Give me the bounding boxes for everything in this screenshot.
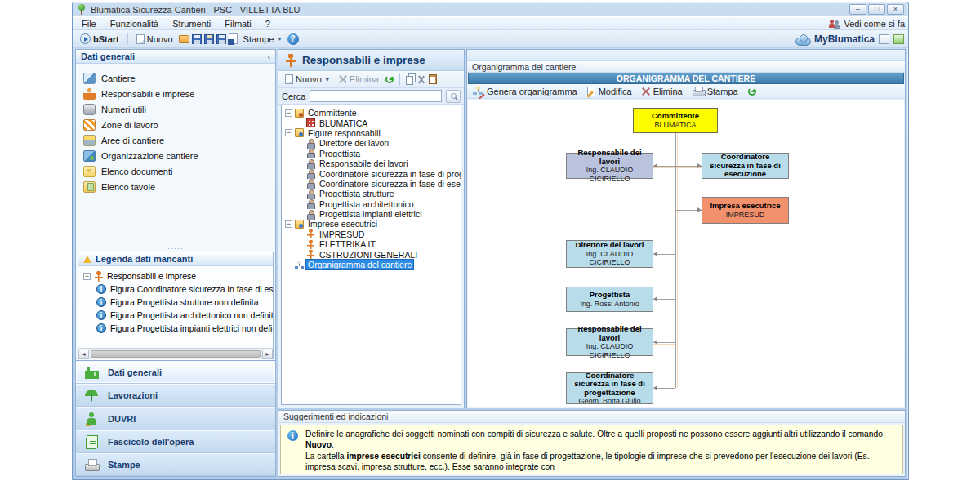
elimina-button[interactable]: Elimina — [642, 87, 683, 96]
sidebar-item[interactable]: Elenco tavole — [80, 179, 271, 194]
paste-icon[interactable] — [429, 74, 437, 84]
orgchart-box-direttore-lavori[interactable]: Direttore dei lavori Ing. CLAUDIO CICIRI… — [566, 240, 653, 268]
tree-node[interactable]: Coordinatore sicurezza in fase di esecuz… — [285, 179, 461, 189]
refresh-icon[interactable] — [385, 75, 394, 83]
save-as-icon[interactable] — [216, 34, 226, 44]
news-icon[interactable] — [893, 34, 904, 44]
minimize-button[interactable] — [849, 4, 866, 15]
stampe-button[interactable]: Stampe — [240, 33, 285, 45]
orgchart-box-coordinatore-esecuzione[interactable]: Coordinatore sicurezza in fase di esecuz… — [702, 153, 789, 179]
save-copy-icon[interactable] — [204, 34, 214, 44]
tree-node[interactable]: Progettista architettonico — [285, 199, 461, 209]
expander-icon[interactable]: − — [285, 109, 292, 117]
expander-icon[interactable] — [296, 211, 304, 218]
bstart-button[interactable]: bStart — [77, 33, 122, 45]
menu-item[interactable]: Funzionalità — [105, 18, 164, 29]
expander-icon[interactable]: − — [83, 273, 91, 280]
sidebar-item-icon — [83, 73, 96, 84]
genera-organigramma-button[interactable]: Genera organigramma — [473, 87, 577, 96]
orgchart-box-responsabile-lavori[interactable]: Responsabile dei lavori Ing. CLAUDIO CIC… — [566, 153, 653, 179]
tree-node[interactable]: − Imprese esecutrici — [285, 219, 461, 229]
stampa-button[interactable]: Stampa — [693, 87, 738, 96]
sidebar-item[interactable]: Responsabili e imprese — [80, 86, 271, 101]
expander-icon[interactable] — [296, 241, 304, 248]
expander-icon[interactable] — [296, 200, 304, 207]
expander-icon[interactable] — [296, 149, 304, 157]
tree-node[interactable]: Progettista strutture — [285, 189, 461, 198]
nav-item[interactable]: Lavorazioni — [76, 384, 275, 407]
copy-icon[interactable] — [406, 76, 413, 85]
collapse-sidebar-icon[interactable] — [268, 52, 270, 61]
cut-icon[interactable] — [416, 75, 425, 84]
tree-node[interactable]: − Figure responsabili — [285, 128, 461, 138]
menu-item[interactable]: File — [76, 18, 102, 29]
expander-icon[interactable] — [296, 251, 304, 258]
save-icon[interactable] — [192, 34, 202, 44]
tree-node[interactable]: Organigramma del cantiere — [285, 260, 461, 270]
tree-node[interactable]: IMPRESUD — [285, 229, 461, 239]
elimina-button[interactable]: Elimina — [336, 74, 382, 85]
tree-node[interactable]: CSTRUZIONI GENERALI — [285, 249, 461, 259]
vedi-come-si-fa-button[interactable]: Vedi come si fa — [829, 19, 905, 29]
word-export-icon[interactable] — [229, 33, 238, 44]
expander-icon[interactable]: − — [285, 129, 292, 136]
scrollbar-thumb[interactable] — [91, 350, 261, 358]
expander-icon[interactable] — [296, 170, 304, 177]
panel-splitter[interactable] — [76, 245, 275, 252]
expander-icon[interactable] — [296, 180, 304, 187]
horizontal-scrollbar[interactable]: ◂ ▸ — [78, 348, 273, 359]
legend-item[interactable]: Figura Progettista impianti elettrici no… — [96, 322, 271, 335]
expander-icon[interactable] — [296, 230, 304, 238]
expander-icon[interactable] — [296, 190, 304, 198]
modifica-button[interactable]: Modifica — [587, 87, 632, 96]
sidebar-item[interactable]: Aree di cantiere — [80, 132, 271, 148]
close-button[interactable] — [887, 4, 904, 15]
orgchart-box-responsabile-lavori-2[interactable]: Responsabile dei lavori Ing. CLAUDIO CIC… — [566, 328, 653, 356]
maximize-button[interactable] — [868, 4, 885, 15]
orgchart-box-progettista[interactable]: Progettista Ing. Rossi Antonio — [566, 287, 653, 312]
sidebar-item[interactable]: Cantiere — [80, 70, 271, 86]
expander-icon[interactable] — [285, 261, 292, 269]
tree-node[interactable]: Direttore dei lavori — [285, 138, 461, 148]
legend-item[interactable]: Figura Progettista architettonico non de… — [96, 309, 271, 322]
expander-icon[interactable] — [296, 160, 304, 167]
nav-item[interactable]: Dati generali — [76, 361, 275, 384]
search-input[interactable] — [310, 90, 442, 102]
expander-icon[interactable]: − — [285, 220, 292, 228]
legend-root-node[interactable]: − Responsabili e imprese — [83, 270, 271, 283]
orgchart-box-impresa-esecutrice[interactable]: Impresa esecutrice IMPRESUD — [702, 197, 789, 224]
myblumatica-link[interactable]: MyBlumatica — [814, 33, 875, 45]
tree-node[interactable]: Progettista — [285, 149, 461, 158]
tree-node[interactable]: Coordinatore sicurezza in fase di proget… — [285, 168, 461, 178]
nuovo-button[interactable]: Nuovo — [133, 33, 176, 45]
nav-item[interactable]: DUVRI — [76, 407, 275, 430]
search-button[interactable] — [446, 90, 461, 103]
tree-node[interactable]: ELETTRIKA IT — [285, 239, 461, 249]
tree-node[interactable]: − Committente — [285, 108, 461, 118]
expander-icon[interactable] — [296, 140, 304, 147]
nuovo-dropdown-button[interactable]: Nuovo — [282, 74, 332, 85]
expander-icon[interactable] — [296, 119, 304, 127]
help-icon[interactable] — [287, 33, 299, 45]
tree-node[interactable]: BLUMATICA — [285, 118, 461, 127]
profile-icon[interactable] — [879, 34, 889, 44]
nav-item[interactable]: Stampe — [76, 453, 275, 476]
orgchart-box-committente[interactable]: Committente BLUMATICA — [633, 108, 718, 133]
orgchart-box-coordinatore-progettazione[interactable]: Coordinatore sicurezza in fase di proget… — [566, 372, 653, 404]
refresh-icon[interactable] — [748, 87, 756, 96]
sidebar-item[interactable]: Organizzazione cantiere — [80, 148, 271, 163]
sidebar-item[interactable]: Elenco documenti — [80, 163, 271, 179]
scroll-left-arrow[interactable]: ◂ — [78, 350, 89, 359]
menu-item[interactable]: Strumenti — [167, 18, 216, 29]
legend-item[interactable]: Figura Progettista strutture non definit… — [96, 296, 271, 309]
menu-item[interactable]: ? — [260, 18, 276, 29]
tree-node[interactable]: Responsabile dei lavori — [285, 158, 461, 168]
tree-node[interactable]: Progettista impianti elettrici — [285, 209, 461, 219]
nav-item[interactable]: Fascicolo dell'opera — [76, 430, 275, 453]
menu-item[interactable]: Filmati — [219, 18, 256, 29]
scroll-right-arrow[interactable]: ▸ — [262, 350, 273, 359]
sidebar-item[interactable]: Zone di lavoro — [80, 117, 271, 132]
legend-item[interactable]: Figura Coordinatore sicurezza in fase di… — [96, 283, 271, 296]
sidebar-item[interactable]: Numeri utili — [80, 101, 271, 117]
open-folder-icon[interactable] — [179, 35, 189, 43]
